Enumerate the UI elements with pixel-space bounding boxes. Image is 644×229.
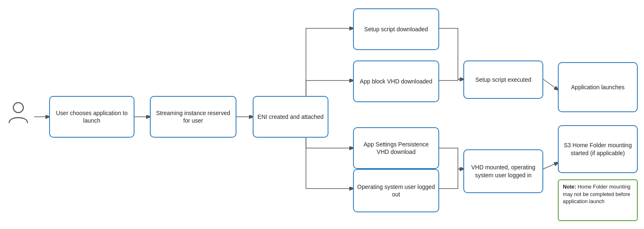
eni-node: ENI created and attached bbox=[253, 96, 328, 138]
svg-point-6 bbox=[13, 103, 23, 113]
streaming-instance-node: Streaming instance reserved for user bbox=[150, 96, 236, 138]
os-user-node: Operating system user logged out bbox=[353, 169, 439, 212]
svg-line-4 bbox=[543, 79, 558, 90]
setup-executed-node: Setup script executed bbox=[463, 60, 543, 99]
s3-home-node: S3 Home Folder mounting started (if appl… bbox=[558, 125, 638, 173]
user-icon bbox=[7, 101, 29, 125]
setup-script-node: Setup script downloaded bbox=[353, 8, 439, 50]
app-block-vhd-node: App block VHD downloaded bbox=[353, 60, 439, 102]
vhd-mounted-node: VHD mounted, operating system user logge… bbox=[463, 149, 543, 193]
app-launches-node: Application launches bbox=[558, 62, 638, 112]
diagram: User chooses application to launch Strea… bbox=[0, 0, 644, 229]
user-chooses-node: User chooses application to launch bbox=[49, 96, 134, 138]
svg-line-5 bbox=[543, 163, 558, 169]
note-box: Note: Home Folder mounting may not be co… bbox=[558, 179, 638, 221]
app-settings-node: App Settings Persistence VHD download bbox=[353, 127, 439, 169]
